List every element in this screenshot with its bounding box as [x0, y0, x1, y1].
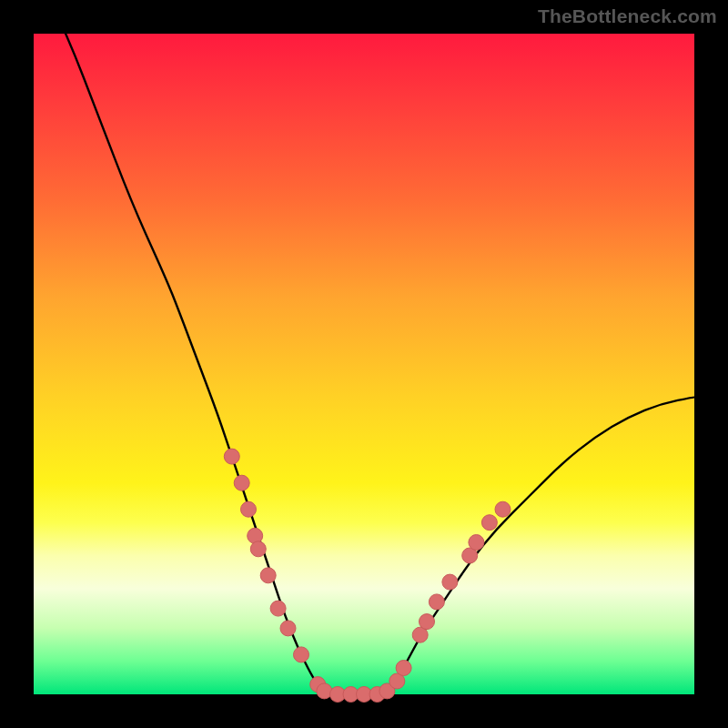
chart-svg: [34, 34, 694, 694]
curve-marker: [442, 574, 458, 590]
plot-area: [34, 34, 694, 694]
curve-marker: [224, 449, 239, 464]
curve-marker: [420, 614, 435, 630]
curve-marker: [429, 594, 444, 610]
chart-frame: TheBottleneck.com: [0, 0, 728, 728]
curve-markers: [224, 449, 511, 702]
curve-marker: [241, 501, 257, 517]
curve-marker: [250, 541, 266, 557]
curve-marker: [270, 601, 286, 616]
watermark-text: TheBottleneck.com: [538, 5, 717, 27]
curve-marker: [260, 568, 276, 583]
curve-marker: [280, 621, 296, 636]
curve-marker: [234, 475, 249, 490]
curve-marker: [495, 501, 511, 517]
curve-marker: [481, 515, 497, 531]
curve-marker: [469, 535, 484, 551]
curve-marker: [396, 661, 411, 676]
curve-marker: [294, 647, 309, 662]
bottleneck-curve: [34, 0, 694, 694]
